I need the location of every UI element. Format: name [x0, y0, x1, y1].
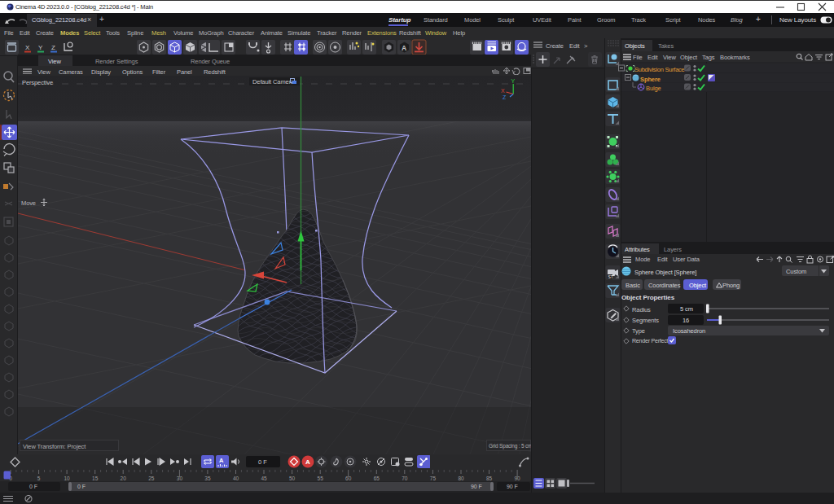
svg-text:75: 75 — [430, 476, 437, 481]
svg-text:A: A — [219, 457, 224, 464]
svg-text:Y: Y — [38, 44, 43, 51]
svg-text:85: 85 — [486, 476, 493, 481]
svg-text:30: 30 — [177, 476, 183, 481]
svg-text:50: 50 — [289, 476, 296, 481]
svg-text:40: 40 — [233, 476, 239, 481]
svg-text:Z: Z — [503, 94, 507, 100]
svg-text:45: 45 — [261, 476, 267, 481]
svg-text:20: 20 — [121, 476, 127, 481]
svg-text:15: 15 — [92, 476, 99, 481]
svg-text:Y: Y — [511, 78, 516, 84]
svg-text:A: A — [305, 458, 310, 466]
svg-text:X: X — [501, 88, 505, 94]
svg-text:70: 70 — [402, 476, 408, 481]
svg-text:10: 10 — [64, 476, 70, 481]
svg-text:ST: ST — [608, 274, 613, 279]
svg-text:A: A — [402, 44, 406, 52]
svg-text:0 F: 0 F — [258, 458, 267, 466]
svg-text:25: 25 — [148, 476, 155, 481]
svg-text:80: 80 — [458, 476, 464, 481]
svg-text:5: 5 — [37, 476, 41, 481]
svg-text:65: 65 — [374, 476, 380, 481]
svg-text:60: 60 — [345, 476, 352, 481]
svg-text:35: 35 — [204, 476, 211, 481]
svg-text:X: X — [25, 44, 30, 51]
svg-text:55: 55 — [318, 476, 324, 481]
svg-text:90: 90 — [514, 476, 520, 481]
svg-text:Z: Z — [51, 44, 55, 51]
